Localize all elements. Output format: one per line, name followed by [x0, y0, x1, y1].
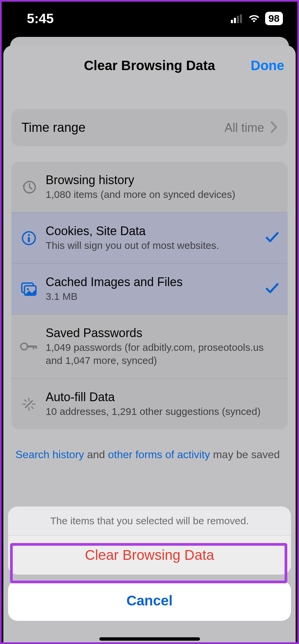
row-browsing-history[interactable]: Browsing history 1,080 items (and more o…: [11, 162, 288, 212]
search-history-link[interactable]: Search history: [15, 448, 84, 461]
footer-note: Search history and other forms of activi…: [15, 447, 284, 462]
row-autofill[interactable]: Auto-fill Data 10 addresses, 1,291 other…: [11, 378, 288, 429]
wifi-icon: [248, 11, 260, 26]
action-sheet-group: The items that you selected will be remo…: [8, 506, 291, 575]
home-indicator: [99, 637, 200, 641]
svg-line-21: [32, 407, 33, 409]
battery-badge: 98: [265, 12, 283, 25]
svg-point-11: [21, 343, 28, 350]
time-range-row[interactable]: Time range All time: [11, 109, 288, 146]
row-title: Browsing history: [46, 173, 279, 187]
info-icon: [20, 231, 38, 246]
svg-line-20: [24, 400, 26, 401]
key-icon: [20, 341, 38, 352]
row-subtitle: 10 addresses, 1,291 other suggestions (s…: [46, 405, 279, 418]
svg-rect-14: [36, 345, 37, 349]
chevron-right-icon: [271, 121, 278, 134]
svg-rect-12: [28, 345, 36, 347]
row-subtitle: This will sign you out of most websites.: [46, 239, 257, 252]
wand-icon: [20, 396, 38, 412]
footer-mid: and: [84, 448, 108, 461]
row-cookies[interactable]: Cookies, Site Data This will sign you ou…: [11, 212, 288, 263]
time-range-group: Time range All time: [11, 109, 288, 146]
row-title: Cached Images and Files: [46, 275, 257, 289]
svg-point-6: [28, 234, 30, 236]
page-title: Clear Browsing Data: [84, 58, 215, 73]
action-sheet: The items that you selected will be remo…: [3, 506, 296, 644]
row-subtitle: 1,080 items (and more on synced devices): [46, 188, 279, 201]
time-range-label: Time range: [21, 120, 86, 135]
svg-rect-2: [237, 16, 239, 23]
other-activity-link[interactable]: other forms of activity: [108, 448, 210, 461]
row-title: Auto-fill Data: [46, 390, 279, 404]
checkmark-icon: [265, 232, 279, 245]
cancel-group: Cancel: [8, 581, 291, 621]
footer-rest: may be saved: [210, 448, 280, 461]
row-subtitle: 1,049 passwords (for adbitly.com, proseo…: [46, 341, 279, 367]
history-icon: [20, 179, 38, 195]
status-time: 5:45: [27, 11, 54, 26]
checkmark-icon: [265, 283, 279, 296]
status-bar: 5:45 98: [0, 0, 299, 37]
time-range-value: All time: [225, 121, 264, 135]
cellular-icon: [231, 11, 243, 26]
data-type-group: Browsing history 1,080 items (and more o…: [11, 162, 288, 429]
clear-browsing-data-button[interactable]: Clear Browsing Data: [8, 535, 291, 575]
row-subtitle: 3.1 MB: [46, 290, 257, 303]
sheet-header: Clear Browsing Data Done: [3, 45, 296, 86]
svg-rect-13: [33, 345, 34, 350]
done-button[interactable]: Done: [251, 58, 284, 73]
svg-rect-3: [240, 14, 242, 23]
svg-rect-1: [234, 18, 236, 23]
svg-point-10: [27, 288, 29, 290]
svg-rect-0: [231, 20, 233, 23]
row-passwords[interactable]: Saved Passwords 1,049 passwords (for adb…: [11, 314, 288, 378]
row-title: Saved Passwords: [46, 326, 279, 340]
row-title: Cookies, Site Data: [46, 224, 257, 238]
row-cached[interactable]: Cached Images and Files 3.1 MB: [11, 263, 288, 314]
images-icon: [20, 282, 38, 297]
status-right: 98: [231, 11, 283, 26]
action-sheet-message: The items that you selected will be remo…: [8, 506, 291, 535]
cancel-button[interactable]: Cancel: [8, 581, 291, 621]
svg-rect-7: [28, 237, 30, 242]
